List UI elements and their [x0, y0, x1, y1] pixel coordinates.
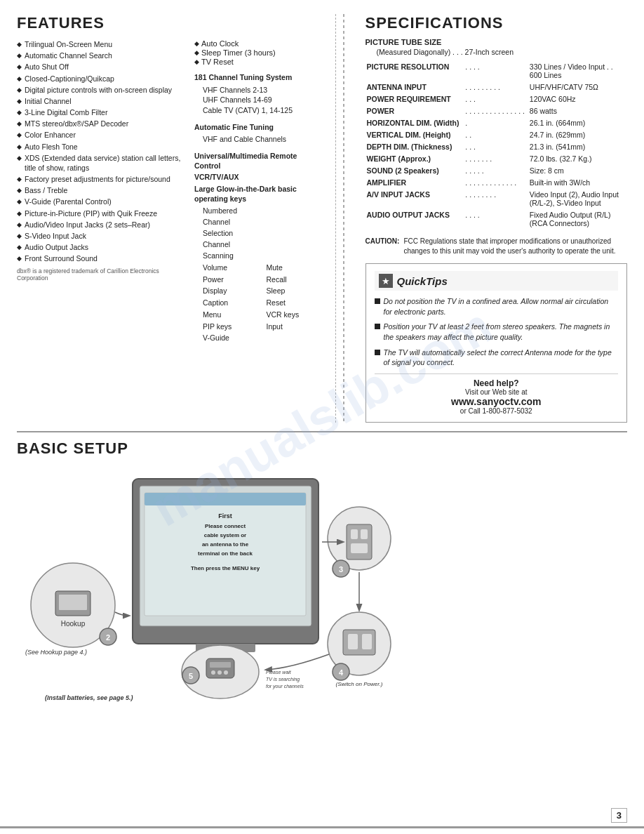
setup-diagram: Hookup 2 (See Hookup page 4.) — [17, 465, 627, 705]
features-inner: ◆ Trilingual On-Screen Menu ◆ Automatic … — [17, 39, 324, 351]
list-item: UHF Channels 14-69 — [203, 95, 324, 105]
channel-key: Display — [203, 286, 261, 297]
bullet-icon: ◆ — [194, 40, 199, 47]
spec-label: DEPTH DIM. (Thickness) — [367, 141, 462, 152]
spec-label: POWER REQUIREMENT — [367, 93, 462, 104]
spec-label: HORIZONTAL DIM. (Width) — [367, 117, 462, 128]
spec-picture-tube-label: PICTURE TUBE SIZE — [365, 38, 628, 46]
svg-rect-29 — [362, 634, 372, 649]
channel-key: Power — [203, 274, 261, 286]
channel-key: V-Guide — [203, 333, 261, 344]
spec-dots: . . . — [463, 141, 528, 152]
svg-rect-2 — [59, 595, 87, 610]
need-help-section: Need help? Visit our Web site at www.san… — [375, 373, 619, 415]
svg-rect-28 — [348, 634, 358, 649]
feature-text: Sleep Timer (3 hours) — [201, 48, 276, 57]
spec-value: 72.0 lbs. (32.7 Kg.) — [530, 153, 626, 164]
svg-rect-12 — [145, 493, 306, 505]
list-item: ◆ Trilingual On-Screen Menu — [17, 39, 189, 49]
channel-key: Reset — [267, 298, 325, 309]
quick-tip-bullet-icon — [375, 350, 380, 355]
trademark-note: dbx® is a registered trademark of Carill… — [17, 267, 189, 282]
right-subsection-2: 181 Channel Tuning System VHF Channels 2… — [194, 73, 324, 116]
svg-text:(Switch on Power.): (Switch on Power.) — [336, 681, 383, 687]
page-number: 3 — [611, 808, 627, 823]
spec-dots: . — [463, 117, 528, 128]
spec-dots: . . . . . . . . — [463, 189, 528, 208]
quick-tip-item: Do not position the TV in a confined are… — [375, 296, 619, 317]
list-item: ◆ XDS (Extended data service) station ca… — [17, 153, 189, 173]
spec-row: AMPLIFIER . . . . . . . . . . . . . Buil… — [367, 177, 626, 187]
basic-setup-section: BASIC SETUP Hookup 2 (See Hookup page 4.… — [17, 439, 627, 705]
bullet-icon: ◆ — [17, 86, 22, 94]
specifications-title: SPECIFICATIONS — [365, 14, 628, 32]
feature-text: Picture-in-Picture (PIP) with Quik Freez… — [25, 208, 189, 218]
need-help-phone: or Call 1-800-877-5032 — [375, 407, 619, 415]
list-item: ◆ Auto Clock — [194, 39, 324, 48]
setup-svg: Hookup 2 (See Hookup page 4.) — [17, 465, 424, 703]
list-item: ◆ Auto Flesh Tone — [17, 142, 189, 152]
svg-text:an antenna to the: an antenna to the — [202, 541, 249, 548]
feature-text: Factory preset adjustments for picture/s… — [25, 174, 189, 184]
spec-row: POWER REQUIREMENT . . . 120VAC 60Hz — [367, 93, 626, 104]
caution-text: FCC Regulations state that improper modi… — [403, 237, 627, 256]
quick-tip-item: Position your TV at least 2 feet from st… — [375, 322, 619, 342]
svg-text:terminal on the back: terminal on the back — [198, 550, 253, 557]
svg-rect-21 — [351, 529, 358, 539]
svg-text:Please wait: Please wait — [266, 670, 292, 675]
svg-text:Please connect: Please connect — [205, 523, 246, 529]
spec-row: VERTICAL DIM. (Height) . . 24.7 in. (629… — [367, 129, 626, 140]
spec-dots: . . . . — [463, 61, 528, 80]
spec-value: Video Input (2), Audio Input (R/L-2), S-… — [530, 189, 626, 208]
channel-keys-grid: Numbered Channel Selection Channel Scann… — [203, 206, 324, 344]
caution-label: CAUTION: — [365, 237, 400, 256]
channel-key: Channel Scanning — [203, 239, 261, 262]
quick-tips-header: ★ QuickTips — [375, 271, 619, 291]
svg-text:3: 3 — [339, 565, 343, 574]
feature-text: 3-Line Digital Comb Filter — [25, 107, 189, 117]
caution-box: CAUTION: FCC Regulations state that impr… — [365, 237, 628, 256]
svg-text:for your channels: for your channels — [266, 684, 304, 689]
list-item: ◆ Front Surround Sound — [17, 253, 189, 263]
list-item: VHF and Cable Channels — [203, 134, 324, 145]
list-item: ◆ V-Guide (Parental Control) — [17, 197, 189, 206]
bullet-icon: ◆ — [17, 119, 22, 128]
spec-dots: . . — [463, 129, 528, 140]
spec-dots: . . . . . . . — [463, 153, 528, 164]
subsection-title: Universal/Multimedia Remote Control — [194, 152, 324, 171]
spec-dots: . . . . — [463, 209, 528, 228]
feature-text: Audio/Video Input Jacks (2 sets–Rear) — [25, 220, 189, 230]
spec-label: AMPLIFIER — [367, 177, 462, 187]
quick-tip-item: The TV will automatically select the cor… — [375, 348, 619, 368]
spec-value: 330 Lines / Video Input . . 600 Lines — [530, 61, 626, 80]
svg-rect-35 — [210, 662, 231, 668]
list-item: ◆ Picture-in-Picture (PIP) with Quik Fre… — [17, 208, 189, 218]
spec-dots: . . . . . . . . . — [463, 81, 528, 92]
feature-text: Audio Output Jacks — [25, 242, 189, 252]
svg-rect-23 — [351, 543, 368, 553]
bullet-icon: ◆ — [17, 209, 22, 218]
channel-key: VCR keys — [267, 310, 325, 321]
list-item: VHF Channels 2-13 — [203, 85, 324, 95]
features-right: ◆ Auto Clock ◆ Sleep Timer (3 hours) ◆ T… — [194, 39, 324, 351]
bullet-icon: ◆ — [17, 143, 22, 151]
spec-table: PICTURE RESOLUTION . . . . 330 Lines / V… — [365, 60, 628, 230]
svg-text:Then press the MENU key: Then press the MENU key — [191, 565, 260, 571]
list-item: ◆ Factory preset adjustments for picture… — [17, 174, 189, 184]
svg-text:2: 2 — [106, 633, 110, 642]
bullet-icon: ◆ — [17, 40, 22, 48]
list-item: ◆ Audio/Video Input Jacks (2 sets–Rear) — [17, 220, 189, 230]
spec-row: POWER . . . . . . . . . . . . . . . 86 w… — [367, 105, 626, 116]
channel-key — [267, 239, 325, 262]
spec-label: SOUND (2 Speakers) — [367, 165, 462, 176]
quick-tips-box: ★ QuickTips Do not position the TV in a … — [365, 263, 628, 423]
bullet-icon: ◆ — [17, 175, 22, 183]
spec-label: PICTURE RESOLUTION — [367, 61, 462, 80]
right-subsection-4: Universal/Multimedia Remote Control VCR/… — [194, 152, 324, 344]
bullet-icon: ◆ — [17, 243, 22, 251]
bullet-icon: ◆ — [17, 154, 22, 162]
feature-text: Automatic Channel Search — [25, 51, 189, 60]
bottom-border — [0, 826, 644, 828]
svg-rect-22 — [361, 529, 368, 539]
list-item: ◆ Automatic Channel Search — [17, 51, 189, 60]
